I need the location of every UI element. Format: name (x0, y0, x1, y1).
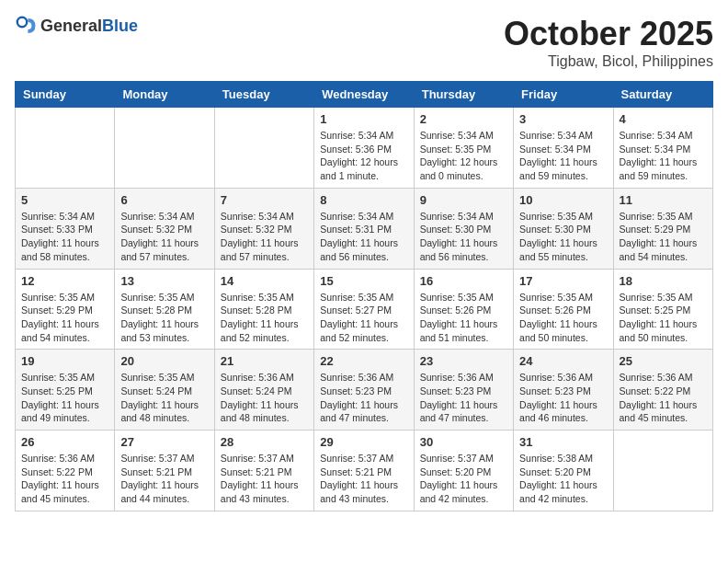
calendar-cell: 7Sunrise: 5:34 AMSunset: 5:32 PMDaylight… (214, 188, 313, 269)
day-number: 26 (21, 435, 108, 449)
calendar-week-row: 5Sunrise: 5:34 AMSunset: 5:33 PMDaylight… (16, 188, 713, 269)
day-info: Sunrise: 5:38 AMSunset: 5:20 PMDaylight:… (519, 452, 607, 506)
calendar-cell: 28Sunrise: 5:37 AMSunset: 5:21 PMDayligh… (214, 431, 313, 511)
weekday-header-saturday: Saturday (613, 82, 712, 108)
day-number: 3 (519, 112, 607, 126)
day-number: 2 (420, 112, 507, 126)
weekday-header-tuesday: Tuesday (214, 82, 313, 108)
logo-blue-text: Blue (102, 17, 138, 35)
day-number: 9 (420, 193, 507, 207)
day-info: Sunrise: 5:36 AMSunset: 5:22 PMDaylight:… (21, 452, 108, 506)
calendar-cell: 29Sunrise: 5:37 AMSunset: 5:21 PMDayligh… (314, 431, 414, 511)
weekday-header-row: SundayMondayTuesdayWednesdayThursdayFrid… (16, 82, 713, 108)
title-area: October 2025 Tigbaw, Bicol, Philippines (504, 15, 713, 70)
day-number: 12 (21, 274, 108, 288)
day-info: Sunrise: 5:37 AMSunset: 5:21 PMDaylight:… (120, 452, 208, 506)
calendar-cell: 27Sunrise: 5:37 AMSunset: 5:21 PMDayligh… (115, 431, 214, 511)
day-number: 14 (221, 274, 308, 288)
day-info: Sunrise: 5:35 AMSunset: 5:28 PMDaylight:… (221, 291, 308, 345)
day-info: Sunrise: 5:35 AMSunset: 5:28 PMDaylight:… (120, 291, 208, 345)
day-number: 19 (21, 354, 108, 368)
calendar-cell (214, 108, 313, 189)
calendar-cell: 5Sunrise: 5:34 AMSunset: 5:33 PMDaylight… (16, 188, 115, 269)
day-info: Sunrise: 5:35 AMSunset: 5:25 PMDaylight:… (21, 371, 108, 425)
day-number: 21 (221, 354, 308, 368)
calendar-week-row: 26Sunrise: 5:36 AMSunset: 5:22 PMDayligh… (16, 431, 713, 511)
calendar-week-row: 1Sunrise: 5:34 AMSunset: 5:36 PMDaylight… (16, 108, 713, 189)
day-info: Sunrise: 5:35 AMSunset: 5:25 PMDaylight:… (620, 291, 707, 345)
calendar-week-row: 12Sunrise: 5:35 AMSunset: 5:29 PMDayligh… (16, 269, 713, 350)
day-info: Sunrise: 5:35 AMSunset: 5:27 PMDaylight:… (320, 291, 407, 345)
day-number: 27 (120, 435, 208, 449)
calendar-cell (613, 431, 712, 511)
calendar-cell: 3Sunrise: 5:34 AMSunset: 5:34 PMDaylight… (514, 108, 613, 189)
logo-icon (15, 15, 37, 37)
day-number: 28 (221, 435, 308, 449)
calendar-cell (16, 108, 115, 189)
day-number: 1 (320, 112, 407, 126)
day-info: Sunrise: 5:36 AMSunset: 5:23 PMDaylight:… (420, 371, 507, 425)
day-number: 18 (620, 274, 707, 288)
day-info: Sunrise: 5:34 AMSunset: 5:35 PMDaylight:… (420, 129, 507, 183)
day-number: 17 (519, 274, 607, 288)
day-number: 25 (620, 354, 707, 368)
calendar-cell: 21Sunrise: 5:36 AMSunset: 5:24 PMDayligh… (214, 350, 313, 431)
logo: GeneralBlue (15, 15, 138, 37)
day-number: 16 (420, 274, 507, 288)
calendar-cell: 4Sunrise: 5:34 AMSunset: 5:34 PMDaylight… (613, 108, 712, 189)
day-number: 15 (320, 274, 407, 288)
calendar-cell: 30Sunrise: 5:37 AMSunset: 5:20 PMDayligh… (414, 431, 513, 511)
calendar-cell: 24Sunrise: 5:36 AMSunset: 5:23 PMDayligh… (514, 350, 613, 431)
day-number: 31 (519, 435, 607, 449)
weekday-header-monday: Monday (115, 82, 214, 108)
day-number: 20 (120, 354, 208, 368)
day-info: Sunrise: 5:36 AMSunset: 5:23 PMDaylight:… (320, 371, 407, 425)
calendar-cell: 13Sunrise: 5:35 AMSunset: 5:28 PMDayligh… (115, 269, 214, 350)
calendar-cell: 9Sunrise: 5:34 AMSunset: 5:30 PMDaylight… (414, 188, 513, 269)
calendar-week-row: 19Sunrise: 5:35 AMSunset: 5:25 PMDayligh… (16, 350, 713, 431)
calendar-cell: 20Sunrise: 5:35 AMSunset: 5:24 PMDayligh… (115, 350, 214, 431)
day-number: 22 (320, 354, 407, 368)
day-info: Sunrise: 5:35 AMSunset: 5:29 PMDaylight:… (620, 210, 707, 264)
location-title: Tigbaw, Bicol, Philippines (504, 53, 713, 70)
day-number: 8 (320, 193, 407, 207)
month-title: October 2025 (504, 15, 713, 53)
day-info: Sunrise: 5:34 AMSunset: 5:34 PMDaylight:… (519, 129, 607, 183)
calendar-cell: 15Sunrise: 5:35 AMSunset: 5:27 PMDayligh… (314, 269, 414, 350)
calendar-cell: 6Sunrise: 5:34 AMSunset: 5:32 PMDaylight… (115, 188, 214, 269)
day-info: Sunrise: 5:35 AMSunset: 5:29 PMDaylight:… (21, 291, 108, 345)
calendar-cell: 22Sunrise: 5:36 AMSunset: 5:23 PMDayligh… (314, 350, 414, 431)
day-info: Sunrise: 5:34 AMSunset: 5:31 PMDaylight:… (320, 210, 407, 264)
calendar-cell: 17Sunrise: 5:35 AMSunset: 5:26 PMDayligh… (514, 269, 613, 350)
weekday-header-thursday: Thursday (414, 82, 513, 108)
calendar-cell: 11Sunrise: 5:35 AMSunset: 5:29 PMDayligh… (613, 188, 712, 269)
day-info: Sunrise: 5:34 AMSunset: 5:32 PMDaylight:… (221, 210, 308, 264)
weekday-header-friday: Friday (514, 82, 613, 108)
day-number: 5 (21, 193, 108, 207)
day-info: Sunrise: 5:35 AMSunset: 5:24 PMDaylight:… (120, 371, 208, 425)
day-number: 30 (420, 435, 507, 449)
page-header: GeneralBlue October 2025 Tigbaw, Bicol, … (15, 15, 713, 70)
day-info: Sunrise: 5:36 AMSunset: 5:23 PMDaylight:… (519, 371, 607, 425)
calendar-cell: 12Sunrise: 5:35 AMSunset: 5:29 PMDayligh… (16, 269, 115, 350)
day-info: Sunrise: 5:34 AMSunset: 5:32 PMDaylight:… (120, 210, 208, 264)
calendar-cell: 14Sunrise: 5:35 AMSunset: 5:28 PMDayligh… (214, 269, 313, 350)
calendar-cell: 19Sunrise: 5:35 AMSunset: 5:25 PMDayligh… (16, 350, 115, 431)
day-number: 7 (221, 193, 308, 207)
day-number: 13 (120, 274, 208, 288)
day-info: Sunrise: 5:34 AMSunset: 5:36 PMDaylight:… (320, 129, 407, 183)
day-number: 23 (420, 354, 507, 368)
day-info: Sunrise: 5:35 AMSunset: 5:26 PMDaylight:… (519, 291, 607, 345)
calendar-cell: 31Sunrise: 5:38 AMSunset: 5:20 PMDayligh… (514, 431, 613, 511)
day-info: Sunrise: 5:36 AMSunset: 5:24 PMDaylight:… (221, 371, 308, 425)
calendar-cell: 10Sunrise: 5:35 AMSunset: 5:30 PMDayligh… (514, 188, 613, 269)
calendar-cell: 25Sunrise: 5:36 AMSunset: 5:22 PMDayligh… (613, 350, 712, 431)
day-info: Sunrise: 5:37 AMSunset: 5:21 PMDaylight:… (221, 452, 308, 506)
weekday-header-wednesday: Wednesday (314, 82, 414, 108)
calendar-cell: 23Sunrise: 5:36 AMSunset: 5:23 PMDayligh… (414, 350, 513, 431)
day-number: 6 (120, 193, 208, 207)
day-number: 4 (620, 112, 707, 126)
calendar-cell (115, 108, 214, 189)
calendar-table: SundayMondayTuesdayWednesdayThursdayFrid… (15, 81, 713, 511)
day-number: 24 (519, 354, 607, 368)
